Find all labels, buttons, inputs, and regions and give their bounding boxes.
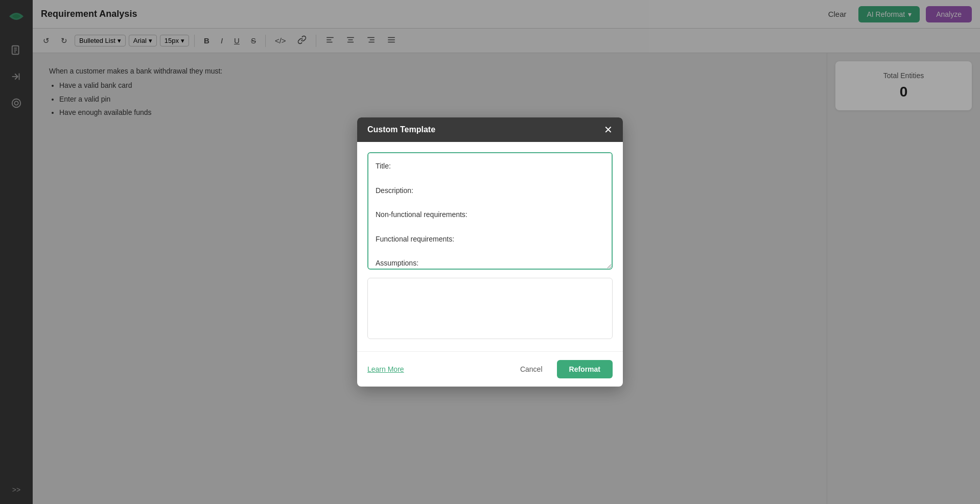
custom-template-modal: Custom Template ✕ Title: Description: No… — [357, 117, 623, 387]
additional-notes-textarea[interactable] — [367, 278, 613, 339]
cancel-button[interactable]: Cancel — [512, 361, 551, 377]
template-textarea[interactable]: Title: Description: Non-functional requi… — [367, 152, 613, 270]
modal-footer: Learn More Cancel Reformat — [357, 351, 623, 387]
modal-footer-right: Cancel Reformat — [512, 360, 613, 378]
modal-close-button[interactable]: ✕ — [604, 125, 613, 135]
modal-overlay: Custom Template ✕ Title: Description: No… — [0, 0, 980, 504]
modal-body: Title: Description: Non-functional requi… — [357, 142, 623, 351]
learn-more-link[interactable]: Learn More — [367, 365, 404, 373]
modal-header: Custom Template ✕ — [357, 117, 623, 142]
reformat-button[interactable]: Reformat — [557, 360, 613, 378]
modal-title: Custom Template — [367, 125, 435, 134]
